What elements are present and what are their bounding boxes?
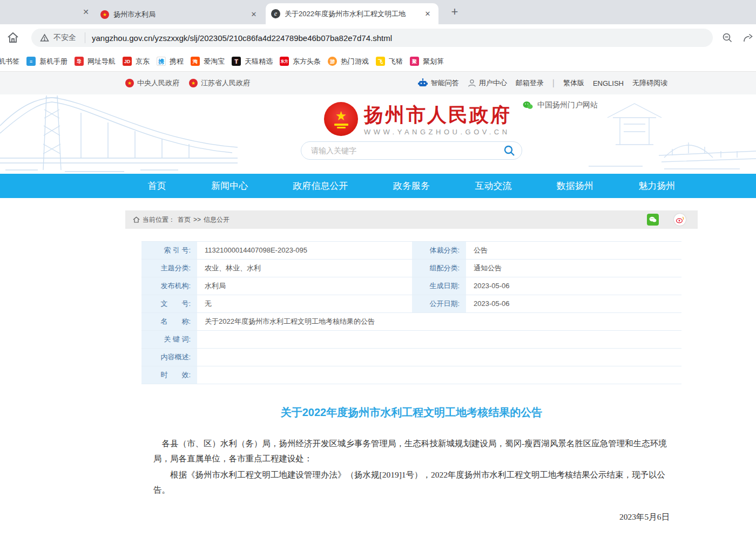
url-text[interactable]: yangzhou.gov.cn/yzszxxgk/slj/202305/210c… (92, 33, 392, 43)
breadcrumb-current[interactable]: 信息公开 (204, 215, 230, 224)
info-label: 索 引 号: (141, 242, 197, 260)
link-central-government[interactable]: ★ 中央人民政府 (125, 78, 179, 88)
article-paragraph-body: 根据《扬州市水利工程文明工地建设管理办法》（扬水规[2019]1号），2022年… (153, 467, 670, 498)
link-smart-qa[interactable]: 智能问答 (417, 78, 459, 88)
security-label[interactable]: 不安全 (53, 33, 76, 43)
site-utility-bar: ★ 中央人民政府 ★ 江苏省人民政府 智能问答 用户中心 邮箱登录 (0, 72, 756, 94)
info-label: 发布机构: (141, 277, 197, 295)
nav-home[interactable]: 首页 (148, 174, 166, 198)
link-english[interactable]: ENGLISH (593, 79, 624, 87)
page-body: 当前位置： 首页 >> 信息公开 索 引 号: 1132 (0, 198, 756, 538)
tab-announcement-active[interactable]: e 关于2022年度扬州市水利工程文明工地 ✕ (266, 3, 438, 24)
robot-icon (417, 78, 428, 88)
link-traditional-chinese[interactable]: 繁体版 (563, 78, 584, 88)
document-info-table: 索 引 号: 11321000014407098E-2023-095 体裁分类:… (141, 241, 681, 384)
manual-icon: ≡ (26, 57, 36, 66)
wechat-share-icon[interactable] (647, 214, 659, 226)
info-value-genre: 公告 (466, 242, 681, 260)
eastday-icon: 东方 (280, 57, 289, 66)
bookmark-jd[interactable]: JD 京东 (123, 57, 150, 66)
info-value-group: 通知公告 (466, 260, 681, 277)
search-button[interactable] (497, 142, 522, 159)
info-label: 内容概述: (141, 349, 197, 366)
nav-interaction[interactable]: 互动交流 (475, 174, 511, 198)
nav-charm-yangzhou[interactable]: 魅力扬州 (638, 174, 675, 198)
info-value-title: 关于2022年度扬州市水利工程文明工地考核结果的公告 (197, 313, 681, 331)
article-paragraph-recipients: 各县（市、区）水利（务）局，扬州经济开发区城乡事务管理局，生态科技新城规划建设局… (153, 436, 670, 466)
bookmark-eastday[interactable]: 东方 东方头条 (280, 57, 321, 66)
article: 关于2022年度扬州市水利工程文明工地考核结果的公告 各县（市、区）水利（务）局… (125, 405, 698, 538)
search-icon (503, 144, 516, 157)
bookmark-new-phone-manual[interactable]: ≡ 新机手册 (26, 57, 68, 66)
breadcrumb-home-link[interactable]: 首页 (178, 215, 191, 224)
info-value-publish-date: 2023-05-06 (466, 295, 681, 313)
gov-emblem-icon: ★ (125, 79, 134, 87)
home-icon[interactable] (5, 30, 21, 45)
close-icon[interactable]: ✕ (248, 9, 259, 20)
info-value-created-date: 2023-05-06 (466, 277, 681, 295)
site-masthead: ★ 扬州市人民政府 WWW.YANGZHOU.GOV.CN 中国扬州门户网站 (0, 94, 756, 174)
article-title: 关于2022年度扬州市水利工程文明工地考核结果的公告 (153, 405, 670, 420)
navigation-icon: 导 (75, 57, 84, 66)
link-user-center[interactable]: 用户中心 (468, 78, 507, 88)
nav-gov-services[interactable]: 政务服务 (393, 174, 430, 198)
info-label: 生成日期: (412, 277, 466, 295)
nav-news-center[interactable]: 新闻中心 (211, 174, 248, 198)
bridge-art-left-decoration (0, 94, 238, 174)
info-value-summary (197, 349, 681, 366)
nav-gov-info-disclosure[interactable]: 政府信息公开 (293, 174, 348, 198)
info-label: 体裁分类: (412, 242, 466, 260)
bookmark-ctrip[interactable]: 携 携程 (157, 57, 184, 66)
main-navigation: 首页 新闻中心 政府信息公开 政务服务 互动交流 数据扬州 魅力扬州 (0, 174, 756, 198)
search-input[interactable] (301, 146, 497, 155)
browser-globe-favicon: e (271, 9, 280, 18)
gov-emblem-icon: ★ (189, 79, 198, 87)
info-value-index-number: 11321000014407098E-2023-095 (197, 242, 412, 260)
close-icon[interactable]: ✕ (422, 9, 433, 19)
info-value-topic: 农业、林业、水利 (197, 260, 412, 277)
wechat-portal-icon (523, 101, 533, 110)
close-icon[interactable]: ✕ (80, 6, 92, 18)
bookmark-phone-bookmarks[interactable]: 机书签 (0, 57, 19, 66)
bookmark-fliggy[interactable]: 飞 飞猪 (376, 57, 403, 66)
juhuasuan-icon: 聚 (410, 57, 419, 66)
fliggy-pig-icon: 飞 (376, 57, 385, 66)
link-mail-login[interactable]: 邮箱登录 (516, 78, 544, 88)
bookmarks-bar: 机书签 ≡ 新机手册 导 网址导航 JD 京东 携 携程 淘 爱淘宝 T 天猫精… (0, 51, 756, 72)
breadcrumb: 当前位置： 首页 >> 信息公开 (125, 210, 698, 229)
user-icon (468, 79, 476, 87)
tmall-icon: T (232, 57, 241, 66)
home-icon (133, 216, 140, 223)
bookmark-tmall[interactable]: T 天猫精选 (232, 57, 273, 66)
divider: | (552, 78, 555, 88)
nav-data-yangzhou[interactable]: 数据扬州 (557, 174, 593, 198)
taobao-icon: 淘 (191, 57, 200, 66)
portal-link[interactable]: 中国扬州门户网站 (523, 100, 598, 110)
zoom-out-icon[interactable] (721, 32, 733, 46)
site-name: 扬州市人民政府 (364, 104, 511, 126)
site-logo-text[interactable]: 扬州市人民政府 WWW.YANGZHOU.GOV.CN (364, 104, 511, 136)
breadcrumb-separator: >> (193, 216, 201, 223)
info-value-doc-number: 无 (197, 295, 412, 313)
share-icon[interactable] (742, 32, 754, 46)
weibo-share-icon[interactable] (674, 214, 686, 226)
url-field[interactable]: 不安全 yangzhou.gov.cn/yzszxxgk/slj/202305/… (31, 29, 713, 47)
bookmark-juhuasuan[interactable]: 聚 聚划算 (410, 57, 444, 66)
info-label: 主题分类: (141, 260, 197, 277)
bookmark-hot-games[interactable]: 游 热门游戏 (328, 57, 369, 66)
tab-title: 扬州市水利局 (113, 10, 244, 19)
article-date: 2023年5月6日 (153, 512, 670, 523)
bookmark-aitaobao[interactable]: 淘 爱淘宝 (191, 57, 225, 66)
info-label: 文 号: (141, 295, 197, 313)
browser-address-bar: 不安全 yangzhou.gov.cn/yzszxxgk/slj/202305/… (0, 24, 756, 51)
new-tab-button[interactable]: + (447, 5, 462, 20)
link-jiangsu-government[interactable]: ★ 江苏省人民政府 (189, 78, 250, 88)
info-label: 关 键 词: (141, 331, 197, 349)
divider (85, 32, 85, 43)
info-label: 组配分类: (412, 260, 466, 277)
tab-yangzhou-water-bureau[interactable]: ★ 扬州市水利局 ✕ (95, 4, 265, 24)
browser-tab-bar: ✕ ★ 扬州市水利局 ✕ e 关于2022年度扬州市水利工程文明工地 ✕ + (0, 0, 756, 24)
bookmark-site-navigation[interactable]: 导 网址导航 (75, 57, 116, 66)
info-label: 名 称: (141, 313, 197, 331)
link-accessibility[interactable]: 无障碍阅读 (632, 78, 667, 88)
